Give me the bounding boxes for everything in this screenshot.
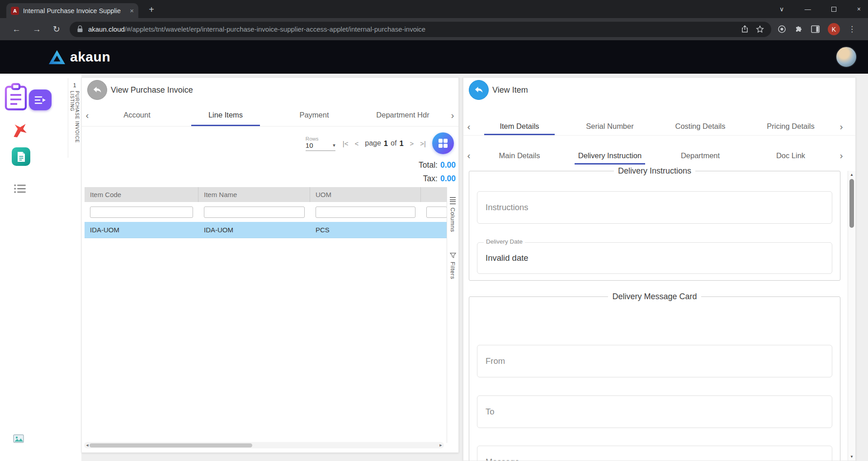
delivery-date-field[interactable]: Delivery Date Invalid date (477, 242, 832, 274)
tab-payment[interactable]: Payment (270, 104, 359, 126)
scroll-right-icon[interactable]: ► (438, 443, 444, 447)
rows-per-page-select[interactable]: Rows 10 ▾ (306, 136, 335, 151)
vertical-scrollbar[interactable]: ▲ ▼ (848, 171, 855, 461)
back-button[interactable] (87, 80, 107, 100)
last-page-button[interactable]: >| (420, 140, 426, 147)
filters-tool-button[interactable]: Filters (449, 253, 456, 279)
tab-item-details[interactable]: Item Details (474, 118, 565, 135)
browser-tab[interactable]: A Internal Purchase Invoice Supplie × (6, 3, 138, 18)
extensions-puzzle-icon[interactable] (794, 25, 803, 33)
browser-menu-icon[interactable]: ⋮ (848, 24, 856, 34)
item-back-button[interactable] (469, 80, 489, 100)
table-settings-button[interactable] (432, 132, 454, 154)
tab-line-items[interactable]: Line Items (181, 104, 270, 126)
filters-tool-label: Filters (449, 262, 456, 279)
first-page-button[interactable]: |< (343, 140, 349, 147)
tab-account[interactable]: Account (93, 104, 181, 126)
tabs-scroll-left-icon[interactable]: ‹ (463, 150, 474, 161)
prev-page-button[interactable]: < (355, 140, 359, 147)
side-panel-icon[interactable] (811, 25, 820, 33)
tab-search-chevron-icon[interactable]: ∨ (779, 5, 784, 13)
window-close-button[interactable]: × (857, 5, 861, 13)
tab-department[interactable]: Department (655, 146, 745, 165)
instructions-field[interactable]: Instructions (477, 191, 832, 224)
cell-item-code: IDA-UOM (85, 222, 198, 238)
select-caret-icon: ▾ (333, 142, 335, 148)
listing-vertical-tab[interactable]: 1 PURCHASE INVOICE LISTING (68, 78, 81, 158)
workspace: 1 PURCHASE INVOICE LISTING View Purchase… (0, 74, 868, 461)
column-header-uom[interactable]: UOM (310, 187, 421, 202)
tab-delivery-instruction[interactable]: Delivery Instruction (565, 146, 655, 165)
tabs-scroll-right-icon[interactable]: › (447, 110, 458, 121)
tabs-scroll-left-icon[interactable]: ‹ (463, 121, 474, 132)
bookmark-star-icon[interactable] (756, 25, 764, 33)
table-row[interactable]: IDA-UOM IDA-UOM PCS (85, 222, 447, 238)
tabs-scroll-left-icon[interactable]: ‹ (82, 110, 93, 121)
tab-serial-number[interactable]: Serial Number (565, 118, 655, 135)
to-label: To (486, 407, 495, 417)
invoice-tabs: ‹ Account Line Items Payment Department … (82, 104, 458, 127)
back-icon[interactable]: ← (12, 24, 21, 34)
reload-icon[interactable]: ↻ (53, 24, 60, 34)
tab-costing-details[interactable]: Costing Details (655, 118, 745, 135)
user-avatar[interactable] (835, 46, 857, 68)
item-panel-title: View Item (492, 85, 528, 95)
filter-input-partial[interactable] (426, 207, 447, 218)
browser-profile-avatar[interactable]: K (828, 23, 840, 35)
current-applet-clipboard-icon[interactable] (4, 83, 29, 112)
rail-app-document-icon[interactable] (12, 147, 30, 166)
filter-input-uom[interactable] (316, 207, 415, 218)
horizontal-scrollbar-thumb[interactable] (90, 443, 252, 447)
toolbar-extensions: K ⋮ (778, 23, 856, 35)
tab-department-hdr[interactable]: Department Hdr (359, 104, 447, 126)
total-row: Total:0.00 (419, 158, 456, 172)
url-path: /#/applets/tnt/wavelet/erp/internal-purc… (125, 25, 425, 33)
new-tab-button[interactable]: + (146, 4, 157, 15)
listing-tab-label: PURCHASE INVOICE LISTING (70, 91, 80, 158)
forward-icon[interactable]: → (33, 24, 41, 34)
total-label: Total: (419, 160, 438, 169)
delivery-date-value: Invalid date (486, 253, 528, 263)
tabs-scroll-right-icon[interactable]: › (836, 121, 847, 132)
applet-menu-button[interactable] (29, 89, 52, 110)
rail-app-list-icon[interactable] (14, 184, 26, 193)
from-field[interactable]: From (477, 345, 832, 377)
column-header-partial[interactable] (421, 187, 447, 202)
tab-main-details[interactable]: Main Details (474, 146, 565, 165)
table-controls: Rows 10 ▾ |< < page 1 of 1 > (306, 131, 454, 155)
window-minimize-button[interactable]: — (805, 5, 811, 13)
invoice-totals: Total:0.00 Tax:0.00 (419, 158, 456, 185)
tab-close-icon[interactable]: × (130, 7, 134, 14)
page-of-word: of (391, 139, 396, 147)
share-icon[interactable] (741, 25, 749, 33)
panel-title: View Purchase Invoice (111, 85, 193, 95)
delivery-date-label: Delivery Date (484, 238, 525, 245)
window-maximize-button[interactable] (831, 7, 836, 12)
grid-icon (438, 138, 448, 149)
columns-tool-button[interactable]: Columns (449, 197, 456, 232)
tab-pricing-details[interactable]: Pricing Details (745, 118, 836, 135)
column-header-item-name[interactable]: Item Name (198, 187, 310, 202)
tab-doc-link[interactable]: Doc Link (745, 146, 836, 165)
filter-input-item-code[interactable] (90, 207, 193, 218)
app-header: akaun (0, 40, 868, 74)
tax-label: Tax: (423, 174, 438, 183)
delivery-message-card-section: Delivery Message Card From To Message (469, 292, 840, 461)
omnibox-actions (741, 25, 764, 33)
to-field[interactable]: To (477, 395, 832, 428)
rail-app-bird-icon[interactable] (12, 122, 28, 138)
message-field[interactable]: Message (477, 446, 832, 461)
extension-target-icon[interactable] (778, 25, 786, 33)
page-current: 1 (384, 139, 388, 148)
next-page-button[interactable]: > (410, 140, 414, 147)
tabs-scroll-right-icon[interactable]: › (836, 150, 847, 161)
instructions-label: Instructions (486, 202, 528, 212)
horizontal-scrollbar[interactable]: ◄ ► (84, 442, 444, 448)
filter-input-item-name[interactable] (204, 207, 305, 218)
vertical-scrollbar-thumb[interactable] (849, 179, 854, 228)
column-header-item-code[interactable]: Item Code (85, 187, 198, 202)
scroll-up-icon[interactable]: ▲ (848, 173, 855, 177)
address-bar[interactable]: akaun.cloud/#/applets/tnt/wavelet/erp/in… (70, 22, 771, 37)
scroll-down-icon[interactable]: ▼ (848, 455, 855, 459)
screen: A Internal Purchase Invoice Supplie × + … (0, 0, 868, 461)
